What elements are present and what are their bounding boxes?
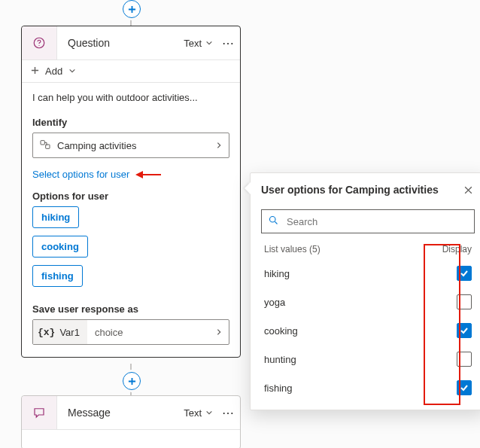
display-header: Display: [442, 244, 472, 254]
message-card: Message Text ⋯: [21, 395, 241, 448]
question-icon: [22, 26, 57, 59]
option-chip[interactable]: cooking: [32, 236, 88, 258]
list-rows: hikingyogacookinghuntingfishing: [261, 259, 475, 402]
list-item: fishing: [261, 373, 475, 402]
variable-icon: {x}: [38, 327, 55, 338]
list-item-label: cooking: [264, 325, 298, 337]
chevron-right-icon: [215, 327, 229, 338]
identify-label: Identify: [32, 117, 229, 128]
chevron-right-icon: [215, 140, 223, 151]
list-item-label: yoga: [264, 297, 285, 308]
variable-type: choice: [87, 327, 215, 338]
response-type-label: Text: [184, 407, 202, 419]
svg-rect-2: [41, 140, 44, 144]
variable-field[interactable]: {x} Var1 choice: [32, 319, 229, 345]
svg-point-1: [38, 45, 39, 46]
add-label: Add: [45, 66, 62, 77]
select-options-link[interactable]: Select options for user: [32, 169, 129, 180]
close-button[interactable]: [462, 184, 475, 199]
more-menu-button[interactable]: ⋯: [217, 36, 240, 50]
search-input-wrapper[interactable]: [261, 209, 475, 233]
add-button[interactable]: Add: [22, 60, 240, 83]
display-checkbox[interactable]: [457, 323, 472, 338]
search-input[interactable]: [285, 215, 468, 228]
svg-point-6: [270, 217, 276, 223]
options-chip-list: hiking cooking fishing: [32, 206, 229, 287]
display-checkbox[interactable]: [457, 380, 472, 395]
list-item: hunting: [261, 345, 475, 373]
card-title: Question: [57, 37, 179, 49]
message-icon: [22, 396, 57, 429]
list-item: cooking: [261, 316, 475, 345]
list-item: yoga: [261, 288, 475, 316]
list-item-label: fishing: [264, 382, 293, 394]
response-type-label: Text: [184, 38, 202, 49]
option-chip[interactable]: hiking: [32, 206, 79, 228]
search-icon: [268, 215, 279, 228]
list-values-header: List values (5): [264, 244, 321, 254]
callout-arrow: [245, 182, 251, 194]
option-chip[interactable]: fishing: [32, 265, 83, 287]
question-card: Question Text ⋯ Add I can help you with …: [21, 26, 241, 358]
identify-dropdown[interactable]: Camping activities: [32, 133, 229, 158]
variable-name: Var1: [59, 327, 80, 338]
chevron-down-icon: [205, 38, 213, 49]
annotation-arrow-icon: [135, 170, 161, 179]
response-type-dropdown[interactable]: Text: [179, 35, 217, 52]
display-checkbox[interactable]: [457, 266, 472, 281]
display-checkbox[interactable]: [457, 352, 472, 367]
svg-rect-3: [46, 145, 50, 148]
options-for-user-label: Options for user: [32, 190, 229, 202]
display-checkbox[interactable]: [457, 294, 472, 309]
chevron-down-icon: [68, 66, 76, 77]
prompt-text: I can help you with outdoor activities..…: [32, 92, 229, 103]
save-response-label: Save user response as: [32, 303, 229, 315]
add-step-button-top[interactable]: [123, 0, 141, 18]
add-step-button-bottom[interactable]: [123, 372, 141, 390]
card-header: Message Text ⋯: [22, 396, 240, 430]
entity-icon: [39, 139, 51, 153]
list-item: hiking: [261, 259, 475, 288]
user-options-popover: User options for Camping activities List…: [250, 172, 480, 410]
plus-icon: [31, 66, 39, 77]
popover-title: User options for Camping activities: [261, 184, 439, 196]
svg-marker-5: [135, 171, 143, 178]
chevron-down-icon: [205, 407, 213, 419]
list-item-label: hiking: [264, 268, 290, 279]
card-title: Message: [57, 407, 179, 419]
card-header: Question Text ⋯: [22, 26, 240, 60]
response-type-dropdown[interactable]: Text: [179, 404, 217, 422]
identify-value: Camping activities: [57, 140, 209, 151]
more-menu-button[interactable]: ⋯: [217, 406, 240, 420]
variable-token: {x} Var1: [33, 320, 87, 344]
list-item-label: hunting: [264, 354, 296, 365]
